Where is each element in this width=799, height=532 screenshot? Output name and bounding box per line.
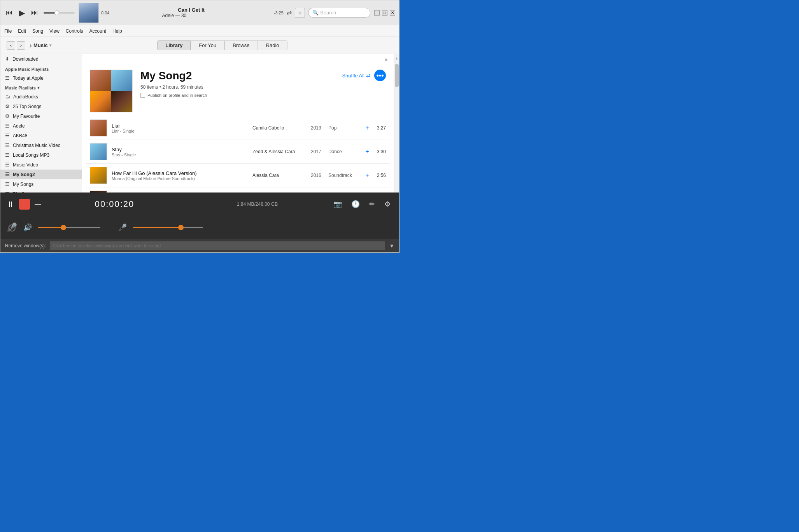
- track-genre-1: Pop: [328, 125, 363, 131]
- menu-edit[interactable]: Edit: [18, 28, 26, 34]
- menu-bar: File Edit Song View Controls Account Hel…: [0, 25, 399, 37]
- rec-minus-button[interactable]: —: [35, 201, 41, 208]
- maximize-button[interactable]: □: [382, 10, 387, 16]
- sidebar-item-today-at-apple[interactable]: ☰ Today at Apple: [0, 73, 82, 83]
- nav-arrows: ‹ ›: [7, 41, 25, 50]
- scrollbar-thumb[interactable]: [395, 64, 399, 87]
- track-thumbnail-2: [90, 143, 107, 160]
- track-row[interactable]: Stay Stay - Single Zedd & Alessia Cara 2…: [86, 140, 390, 164]
- menu-file[interactable]: File: [4, 28, 12, 34]
- volume-icon[interactable]: 🔊: [23, 223, 32, 232]
- sidebar-downloaded-label: Downloaded: [12, 56, 39, 62]
- close-button[interactable]: ✕: [390, 10, 395, 16]
- menu-account[interactable]: Account: [89, 28, 106, 34]
- remove-window-bar: Remove window(s): ▼: [0, 239, 399, 252]
- progress-thumb: [54, 10, 59, 15]
- my-favourite-icon: ⚙: [5, 113, 10, 119]
- progress-track[interactable]: [44, 12, 75, 14]
- search-box[interactable]: 🔍 Search: [308, 8, 370, 18]
- mic-slider[interactable]: [133, 227, 203, 228]
- apple-music-section-header: Apple Music Playlists: [0, 64, 82, 73]
- track-row[interactable]: Liar Liar - Single Camila Cabello 2019 P…: [86, 116, 390, 140]
- track-thumbnail-3: [90, 167, 107, 184]
- tab-browse[interactable]: Browse: [224, 40, 258, 50]
- menu-song[interactable]: Song: [32, 28, 43, 34]
- shuffle-all-label: Shuffle All: [342, 73, 364, 79]
- 25-top-songs-icon: ⚙: [5, 103, 10, 109]
- local-songs-icon: ☰: [5, 152, 10, 158]
- nav-back-button[interactable]: ‹: [7, 41, 15, 50]
- rec-clock-button[interactable]: 🕐: [351, 200, 360, 208]
- adele-icon: ☰: [5, 123, 10, 129]
- play-button[interactable]: ▶: [18, 7, 26, 18]
- track-add-1[interactable]: +: [363, 124, 371, 131]
- playlist-scroll-up[interactable]: ▴: [82, 54, 394, 62]
- sidebar-item-my-songs[interactable]: ☰ My Songs: [0, 179, 82, 189]
- sidebar-item-local-songs-mp3[interactable]: ☰ Local Songs MP3: [0, 150, 82, 160]
- tab-for-you[interactable]: For You: [191, 40, 224, 50]
- tab-radio[interactable]: Radio: [258, 40, 287, 50]
- track-year-3: 2016: [311, 173, 328, 178]
- mic-off-icon[interactable]: 🎤 ⊘: [7, 222, 17, 233]
- recording-bottom: 🎤 ⊘ 🔊 🎤: [0, 216, 399, 239]
- track-row[interactable]: How Far I'll Go (Alessia Cara Version) M…: [86, 164, 390, 187]
- menu-help[interactable]: Help: [112, 28, 122, 34]
- rec-pause-button[interactable]: ⏸: [7, 200, 14, 209]
- more-button[interactable]: •••: [374, 70, 386, 81]
- downloaded-icon: ⬇: [5, 56, 9, 62]
- rec-edit-button[interactable]: ✏: [369, 200, 375, 208]
- menu-controls[interactable]: Controls: [66, 28, 83, 34]
- sidebar-item-adele[interactable]: ☰ Adele: [0, 121, 82, 131]
- sidebar-music-video-label: Music Video: [13, 162, 38, 168]
- music-playlists-section-header[interactable]: Music Playlists ▾: [0, 83, 82, 92]
- sidebar-item-audiobooks[interactable]: 🗂 AudioBooks: [0, 92, 82, 102]
- rec-gear-button[interactable]: ⚙: [384, 200, 391, 208]
- minimize-button[interactable]: —: [374, 10, 380, 16]
- publish-checkbox[interactable]: [140, 93, 145, 98]
- rec-camera-button[interactable]: 📷: [333, 200, 342, 208]
- playlist-info: 50 items • 2 hours, 59 minutes: [140, 84, 342, 90]
- progress-fill: [44, 12, 55, 14]
- shuffle-all-button[interactable]: Shuffle All ⇄: [342, 73, 370, 79]
- sidebar-local-songs-label: Local Songs MP3: [13, 152, 49, 158]
- volume-slider[interactable]: [38, 227, 100, 228]
- track-thumbnail-1: [90, 119, 107, 136]
- track-genre-2: Dance: [328, 149, 363, 154]
- artwork-quad-2: [111, 70, 132, 91]
- more-icon: •••: [377, 72, 384, 80]
- scrollbar-up-arrow[interactable]: ▴: [396, 56, 398, 61]
- track-add-2[interactable]: +: [363, 148, 371, 155]
- nav-forward-button[interactable]: ›: [17, 41, 25, 50]
- remove-window-label: Remove window(s):: [5, 243, 46, 248]
- mic-icon[interactable]: 🎤: [118, 223, 127, 232]
- sidebar-item-downloaded[interactable]: ⬇ Downloaded: [0, 54, 82, 64]
- rewind-button[interactable]: ⏮: [4, 8, 14, 18]
- sidebar-item-christmas-music-video[interactable]: ☰ Christmas Music Video: [0, 140, 82, 150]
- sidebar-christmas-label: Christmas Music Video: [13, 143, 60, 148]
- rec-stop-button[interactable]: [19, 199, 30, 210]
- music-dropdown-icon[interactable]: ▾: [49, 43, 52, 48]
- sidebar-item-25-top-songs[interactable]: ⚙ 25 Top Songs: [0, 102, 82, 111]
- remove-window-dropdown-icon[interactable]: ▼: [389, 243, 394, 249]
- sidebar-item-akb48[interactable]: ☰ AKB48: [0, 131, 82, 140]
- shuffle-button[interactable]: ⇄: [287, 9, 292, 16]
- track-name-3: How Far I'll Go (Alessia Cara Version): [112, 170, 252, 176]
- remove-window-select[interactable]: [50, 242, 385, 250]
- playlist-button[interactable]: ≡: [295, 8, 305, 18]
- track-album-1: Liar - Single: [112, 129, 252, 133]
- sidebar-item-music-video[interactable]: ☰ Music Video: [0, 160, 82, 170]
- sidebar-item-my-song2[interactable]: ☰ My Song2: [0, 170, 82, 179]
- recording-bar: ⏸ — 00:00:20 1.84 MB/248.00 GB 📷 🕐 ✏ ⚙ 🎤…: [0, 192, 399, 239]
- fast-forward-button[interactable]: ⏭: [30, 8, 40, 18]
- track-add-3[interactable]: +: [363, 172, 371, 179]
- tab-library[interactable]: Library: [157, 40, 191, 50]
- sidebar-item-my-favourite[interactable]: ⚙ My Favourite: [0, 111, 82, 121]
- playlist-header: My Song2 50 items • 2 hours, 59 minutes …: [82, 62, 394, 116]
- my-song2-icon: ☰: [5, 172, 10, 177]
- track-artist-2: Zedd & Alessia Cara: [252, 149, 311, 154]
- track-duration-2: 3:30: [371, 149, 386, 154]
- artwork-quad-3: [90, 91, 111, 112]
- audiobooks-icon: 🗂: [5, 94, 10, 100]
- track-info-center: Can I Get It Adele — 30: [111, 7, 271, 18]
- menu-view[interactable]: View: [49, 28, 60, 34]
